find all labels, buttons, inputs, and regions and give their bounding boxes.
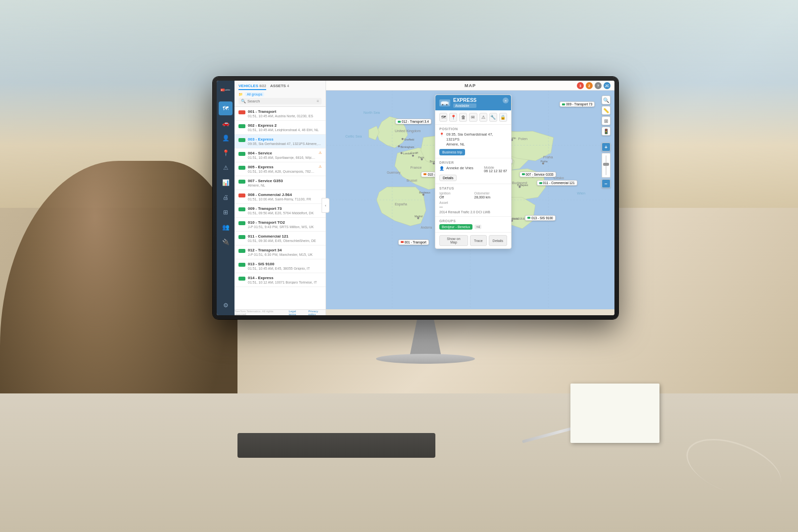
popup-details-btn[interactable]: Details <box>489 235 507 246</box>
list-item[interactable]: 012 - Transport 34 J-P 01:51, 6:30 PM, M… <box>235 245 326 259</box>
notification-badge[interactable]: 3 <box>577 82 584 89</box>
map-pin-009[interactable]: 009 - Transport 73 <box>560 101 595 107</box>
vehicle-detail: 01:51, 10:45 AM, Leightonstraat 4, 46 Et… <box>248 128 322 132</box>
vehicle-name: 002 - Express 2 <box>248 123 322 128</box>
groups-title: GROUPS <box>439 219 507 223</box>
vehicle-icon <box>238 263 245 267</box>
sidebar-icon-print[interactable]: 🖨 <box>219 191 233 204</box>
action-alert-btn[interactable]: ⚠ <box>479 113 487 122</box>
show-on-map-btn[interactable]: Show on Map <box>439 235 468 246</box>
vehicle-detail-popup: EXPRESS Available × 🗺 📍 🗑 ✉ ⚠ 🔧 🔒 <box>435 95 512 249</box>
popup-status-section: STATUS Ignition Off Odometer 28,000 km <box>435 184 511 217</box>
vehicle-icon <box>238 193 245 197</box>
svg-text:Madrid: Madrid <box>415 215 422 218</box>
action-lock-btn[interactable]: 🔒 <box>499 113 507 122</box>
panel-tabs: VEHICLES 8/22 ASSETS 4 <box>238 84 322 90</box>
list-item[interactable]: 010 - Transport TO2 J-P 01:51, 9:43 PM, … <box>235 218 326 232</box>
svg-text:España: España <box>395 202 408 206</box>
svg-text:Bordeaux: Bordeaux <box>419 191 430 194</box>
driver-text: Anneke de Vries <box>446 166 473 171</box>
svg-text:webfleet: webfleet <box>225 89 231 91</box>
app-container: w webfleet 🗺 🚗 👤 📍 ⚠ 📊 🖨 ⊞ 👥 🔌 ⚙ <box>217 81 614 315</box>
list-item[interactable]: 004 - Service 01:51, 10:45 AM, Sportlaar… <box>235 148 326 162</box>
map-pin-007[interactable]: 007 - Service G333 <box>519 172 556 177</box>
map-pin-001[interactable]: 001 - Transport <box>398 240 429 245</box>
collapse-panel-btn[interactable]: ‹ <box>322 198 329 213</box>
map-traffic-btn[interactable]: 🚦 <box>602 127 610 136</box>
vehicle-list: 001 - Transport 01:51, 10:45 AM, Austria… <box>235 107 326 315</box>
map-layers-btn[interactable]: ⊞ <box>602 116 610 125</box>
map-pin-013[interactable]: 013 - SIS 9100 <box>525 215 555 221</box>
user-avatar[interactable]: JC <box>604 82 610 89</box>
vehicle-detail: Almere, NL <box>248 184 322 187</box>
vehicle-icon <box>238 152 245 156</box>
tab-vehicles[interactable]: VEHICLES 8/22 <box>238 84 266 90</box>
vehicle-icon <box>238 277 245 281</box>
group-more: +4 <box>474 225 481 229</box>
list-item[interactable]: 014 - Express 01:51, 10:12 AM, 10071 Bor… <box>235 273 326 287</box>
svg-text:Celtic Sea: Celtic Sea <box>345 134 362 139</box>
sidebar-icon-people[interactable]: 👥 <box>219 220 233 234</box>
sidebar-icon-integrations[interactable]: 🔌 <box>219 235 233 249</box>
action-route-btn[interactable]: 📍 <box>449 113 457 122</box>
svg-text:North Sea: North Sea <box>364 110 380 115</box>
sidebar-icon-apps[interactable]: ⊞ <box>219 205 233 219</box>
list-item[interactable]: 002 - Express 2 01:51, 10:45 AM, Leighto… <box>235 121 326 135</box>
vehicle-info: 011 - Commercial 121 01:51, 09:30 AM, E4… <box>248 234 322 242</box>
svg-rect-80 <box>442 101 447 103</box>
group-tag[interactable]: All groups <box>245 92 264 97</box>
driver-field: 👤 Anneke de Vries Mobile 06 12 12 32 67 <box>439 166 507 173</box>
svg-text:France: France <box>410 165 422 170</box>
list-item[interactable]: 007 - Service G353 Almere, NL <box>235 176 326 190</box>
sidebar-icon-driver[interactable]: 👤 <box>219 131 233 145</box>
action-message-btn[interactable]: ✉ <box>469 113 477 122</box>
zoom-minus-btn[interactable]: − <box>602 179 610 188</box>
position-text: 09:35, Sia Gerhardstraat 47, 1321PS Alme… <box>446 132 507 146</box>
driver-details-btn[interactable]: Details <box>439 175 457 181</box>
action-map-btn[interactable]: 🗺 <box>439 113 447 122</box>
list-item[interactable]: 001 - Transport 01:51, 10:45 AM, Austria… <box>235 107 326 121</box>
vehicle-info: 013 - SIS 9100 01:51, 10:45 AM, E45, 380… <box>248 262 322 270</box>
list-item[interactable]: 011 - Commercial 121 01:51, 09:30 AM, E4… <box>235 232 326 245</box>
sidebar-icon-settings[interactable]: ⚙ <box>219 298 233 312</box>
list-item[interactable]: 013 - SIS 9100 01:51, 10:45 AM, E45, 380… <box>235 259 326 273</box>
sidebar-icon-map[interactable]: 🗺 <box>219 101 233 115</box>
driver-icon: 👤 <box>439 166 444 171</box>
list-item-selected[interactable]: 003 - Express 09:35, Sia Gerhardstraat 4… <box>235 135 326 148</box>
zoom-plus-btn[interactable]: + <box>602 143 610 151</box>
help-icon[interactable]: ? <box>595 82 602 89</box>
svg-text:Sheffield: Sheffield <box>404 138 414 141</box>
search-input[interactable] <box>247 99 315 103</box>
vehicle-info: 004 - Service 01:51, 10:45 AM, Sportlaar… <box>248 151 316 159</box>
trace-btn[interactable]: Trace <box>470 235 487 246</box>
svg-point-82 <box>446 104 447 105</box>
map-pin-011[interactable]: 011 - Commercial 121 <box>537 180 577 186</box>
footer-legal[interactable]: Legal terms <box>289 310 304 316</box>
map-pin-012[interactable]: 012 - Transport 3.4 <box>395 119 431 124</box>
zoom-in-btn[interactable]: 🔍 <box>602 96 610 104</box>
tab-assets[interactable]: ASSETS 4 <box>270 84 289 90</box>
filter-icon[interactable]: ≡ <box>317 99 319 103</box>
footer-privacy[interactable]: Privacy policy <box>308 310 326 316</box>
sidebar-icon-alert[interactable]: ⚠ <box>219 161 233 175</box>
sidebar-icon-report[interactable]: 📊 <box>219 176 233 190</box>
map-area[interactable]: 3 2 ? JC MAP <box>326 81 614 315</box>
alert-badge[interactable]: 2 <box>586 82 593 89</box>
vehicle-name: 007 - Service G353 <box>248 179 322 183</box>
action-tools-btn[interactable]: 🔧 <box>489 113 497 122</box>
vehicle-model: 2014 Renault Trafic 2.0 DCI LWB <box>439 210 507 214</box>
svg-text:w: w <box>221 89 223 91</box>
sidebar-icon-vehicles[interactable]: 🚗 <box>219 116 233 130</box>
list-item[interactable]: 005 - Express 01:51, 10:45 AM, A28, Quin… <box>235 162 326 176</box>
sidebar-icon-route[interactable]: 📍 <box>219 146 233 160</box>
action-delete-btn[interactable]: 🗑 <box>459 113 467 122</box>
vehicle-detail: 01:51, 09:50 AM, E20, 5764 Middelfort, D… <box>248 211 322 215</box>
list-item[interactable]: 009 - Transport 73 01:51, 09:50 AM, E20,… <box>235 204 326 218</box>
vehicle-detail: J-P 01:51, 6:30 PM, Manchester, M15, UK <box>248 253 322 256</box>
map-ruler-btn[interactable]: 📏 <box>602 106 610 115</box>
zoom-slider[interactable] <box>602 153 610 178</box>
vehicle-name: 005 - Express <box>248 165 316 169</box>
popup-close-btn[interactable]: × <box>503 97 509 103</box>
business-trip-btn[interactable]: Business trip <box>439 149 465 155</box>
list-item[interactable]: 008 - Commercial J-564 01:51, 10:00 AM, … <box>235 190 326 204</box>
